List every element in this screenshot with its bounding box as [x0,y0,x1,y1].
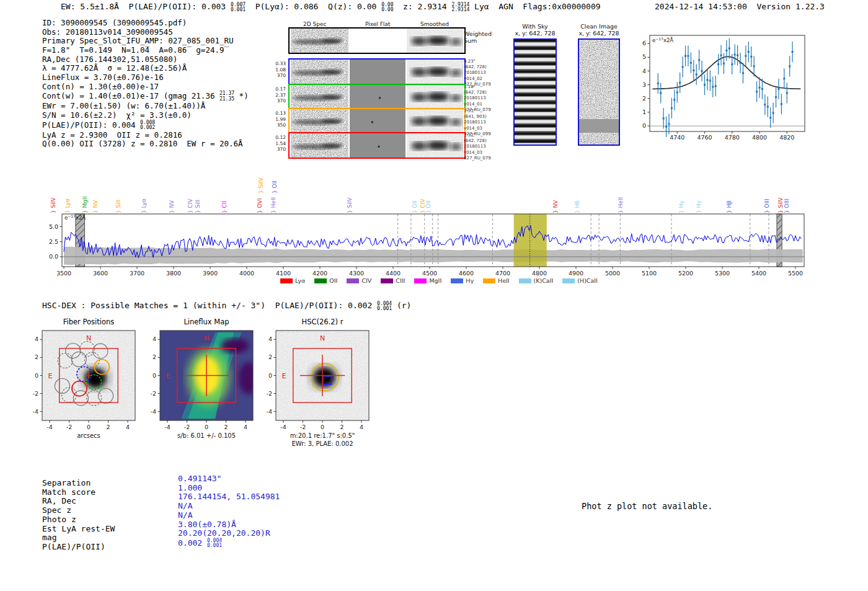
spec2d-row [288,58,466,85]
legend-label: Lyα [295,277,305,284]
y-tick-label: 2 [268,353,272,360]
smoothed-image [407,29,463,53]
data-point [789,65,790,67]
data-point [715,85,717,87]
y-tick-label: 0.0 [49,253,58,260]
cell-texture [350,109,405,133]
panel-title: HSC(26.2) r [302,318,343,326]
data-point [723,63,725,64]
y-tick-label: -2 [267,390,272,397]
text-segment: P(LAE)/P(OII): 0.004 [42,120,140,129]
emission-line-label: } NV [92,200,99,213]
pixelflat-image [350,85,405,109]
cell-texture [291,85,348,109]
info-line: Obs: 20180113v014_3090009545 [42,28,249,37]
lower-bound: 0.001 [207,543,222,549]
y-tick-label: -2 [33,390,38,397]
y-tick-label: -4 [33,408,38,415]
data-point [761,88,763,90]
y-tick-label: 0 [642,122,646,129]
spec2d-col-header-2: Pixel Flat [365,21,390,27]
north-label: N [320,334,325,342]
legend-label: HeII [498,277,510,284]
data-point [657,82,659,84]
y-tick-label: -2 [151,390,156,397]
clean-image-title: Clean Image [572,23,626,30]
line-fit-plot: 474047604780480048200123456e−17x2Å [632,25,868,149]
match-row-label: Photo z [42,515,115,525]
clean-image [578,38,620,146]
x-tick-label: 4800 [752,134,767,141]
emission-line-label: } OII [411,200,418,213]
match-row-label: Match score [42,488,115,497]
data-point [706,79,708,81]
full-spectrum-plot: 3500360037003800390040004100420043004400… [0,171,868,277]
with-sky-title: With Sky [508,23,562,30]
info-line: S/N = 10.6(±2.2) χ² = 3.3(±0.0) [42,111,249,120]
x-tick-label: 5300 [715,270,730,277]
emission-line-label: } OIII [763,198,771,213]
cell-texture [291,29,348,53]
emission-line-label: } HeII [617,197,624,213]
data-point [767,106,769,108]
x-tick-label: 5500 [788,270,803,277]
x-tick-label: 5100 [642,270,657,277]
info-line: ID: 3090009545 (3090009545.pdf) [42,19,249,28]
y-tick-label: 6 [642,40,646,47]
text-segment: N/A [178,510,192,520]
data-point [690,62,692,64]
match-row-value: 3.80(±0.78)Å [178,520,280,530]
data-point [783,78,785,79]
data-point [725,50,727,51]
data-point [720,55,722,56]
row-weight-labels: 0.172.37370 [273,86,286,104]
spec2d-image [291,60,348,84]
match-row-label: Spec z [42,506,115,515]
emission-line-label: } OIII [783,198,790,213]
x-tick-label: -2 [184,424,190,430]
spec2d-col-header-1: 2D Spec [303,21,326,27]
x-tick-label: 4000 [239,270,254,277]
data-point [663,117,665,119]
x-tick-label: -2 [66,424,72,430]
cell-texture [407,29,463,53]
y-tick-label: 2 [642,95,646,102]
pixelflat-image [350,29,405,53]
hsc-image-group: NE [276,331,369,420]
header-meta: 2024-12-14 14:53:00 Version 1.22.3 [655,2,825,11]
data-point [773,112,774,114]
east-label: E [166,372,170,380]
match-row-label: Est LyA rest-EW [42,525,115,534]
legend-label: CIV [361,277,371,284]
text-segment: F=1.8" T=0.149 N=1.0̅4 A=0.86̅ g=24.9̅ [42,45,224,55]
text-segment: 0.002 [178,538,207,547]
text-segment: P(Lyα): 0.086 Q(z): 0.00 [246,2,381,11]
legend-item: Hγ [451,277,474,284]
x-tick-label: 4 [360,424,363,430]
emission-line-label: } SiII [115,200,122,213]
data-point [742,72,744,74]
data-point [687,55,689,57]
cell-texture [350,29,405,53]
emission-line-label: } SiIV [257,177,265,193]
legend-swatch [562,278,575,283]
panel-title: Lineflux Map [184,318,229,326]
data-point [775,96,777,98]
fiber-image-group: NE [42,331,135,420]
text-segment: EWr = 7.00(±1.50) (w: 6.70(±1.40))Å [42,101,205,110]
north-label: N [86,334,91,342]
y-tick-label: 5 [642,53,646,60]
data-point [737,55,738,56]
stacked-uncertainty: 0.0040.001 [207,538,222,549]
stacked-uncertainty: 21.3721.35 [219,91,234,102]
x-tick-label: 0 [205,424,208,430]
data-point [712,86,714,88]
match-row-label: RA, Dec [42,497,115,506]
emission-line-label: } SiIV [50,197,57,213]
data-point [668,123,670,125]
legend-swatch [381,278,393,283]
cell-texture [407,133,463,158]
info-line: Cont(n) = 1.30(±0.00)e-17 [42,82,249,92]
data-point [704,84,706,86]
emission-line-label: } MgII [81,197,89,213]
